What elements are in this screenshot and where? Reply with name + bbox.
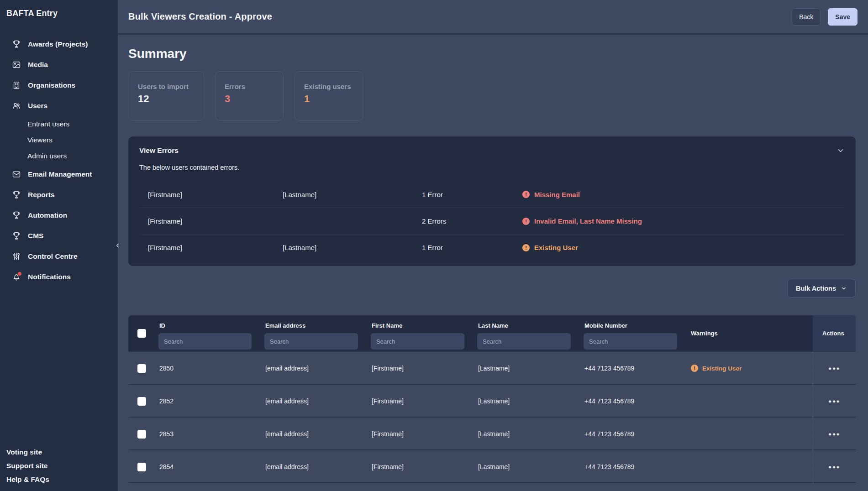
row-actions-button[interactable]: ●●● xyxy=(813,450,856,483)
page-title: Bulk Viewers Creation - Approve xyxy=(128,11,272,22)
cell-mobile: +44 7123 456789 xyxy=(580,365,686,372)
link-support-site[interactable]: Support site xyxy=(6,459,111,473)
cell-last-name: [Lastname] xyxy=(473,463,580,470)
cell-email: [email address] xyxy=(261,365,367,372)
column-email: Email address xyxy=(261,315,367,351)
column-label: First Name xyxy=(372,322,464,329)
link-help-faqs[interactable]: Help & FAQs xyxy=(6,473,111,486)
error-count: 1 Error xyxy=(422,191,522,198)
sidebar-item-entrant-users[interactable]: Entrant users xyxy=(0,116,118,132)
row-checkbox[interactable] xyxy=(137,364,146,373)
sidebar-item-label: Media xyxy=(28,61,48,69)
sidebar-item-label: Entrant users xyxy=(27,120,69,128)
error-message-text: Invalid Email, Last Name Missing xyxy=(534,217,642,225)
sidebar-item-reports[interactable]: Reports xyxy=(0,184,118,205)
error-row: [Firstname] 2 Errors ! Invalid Email, La… xyxy=(139,208,845,234)
table-row-partial xyxy=(128,482,856,488)
row-checkbox[interactable] xyxy=(137,463,146,471)
error-count: 2 Errors xyxy=(422,217,522,225)
users-table: ID Email address First Name Last Name Mo… xyxy=(128,315,856,488)
sidebar-item-cms[interactable]: CMS xyxy=(0,225,118,246)
chevron-down-icon[interactable] xyxy=(836,146,845,155)
row-checkbox[interactable] xyxy=(137,430,146,439)
view-errors-title: View Errors xyxy=(139,146,179,155)
cell-first-name: [Firstname] xyxy=(367,365,473,372)
sidebar-item-label: Email Management xyxy=(28,170,92,178)
select-all-checkbox[interactable] xyxy=(137,329,146,338)
card-users-to-import: Users to import 12 xyxy=(128,71,204,121)
column-label: ID xyxy=(159,322,252,329)
cell-first-name: [Firstname] xyxy=(367,430,473,438)
main-area: Bulk Viewers Creation - Approve Back Sav… xyxy=(118,0,868,491)
link-voting-site[interactable]: Voting site xyxy=(6,445,111,459)
table-header: ID Email address First Name Last Name Mo… xyxy=(128,315,856,351)
sidebar-item-awards[interactable]: Awards (Projects) xyxy=(0,34,118,54)
ellipsis-icon: ●●● xyxy=(829,398,841,404)
column-actions: Actions xyxy=(813,315,856,351)
sidebar-item-label: Organisations xyxy=(28,81,75,89)
cell-last-name: [Lastname] xyxy=(473,430,580,438)
card-label: Existing users xyxy=(304,83,353,90)
sidebar-item-email-management[interactable]: Email Management xyxy=(0,164,118,184)
view-errors-panel: View Errors The below users contained er… xyxy=(128,136,856,266)
search-input-mobile[interactable] xyxy=(584,333,677,350)
alert-circle-icon: ! xyxy=(691,365,698,372)
row-checkbox[interactable] xyxy=(137,397,146,406)
row-actions-button[interactable]: ●●● xyxy=(813,352,856,385)
column-label: Mobile Number xyxy=(584,322,677,329)
summary-title: Summary xyxy=(128,47,856,61)
trophy-icon xyxy=(12,211,21,220)
bulk-actions-button[interactable]: Bulk Actions xyxy=(787,279,856,298)
building-icon xyxy=(12,81,21,90)
warning-text: Existing User xyxy=(702,365,742,372)
sidebar-collapse-toggle[interactable] xyxy=(113,237,122,254)
cell-id: 2853 xyxy=(155,430,261,438)
sidebar-item-viewers[interactable]: Viewers xyxy=(0,132,118,148)
search-input-first-name[interactable] xyxy=(371,333,464,350)
cell-id: 2854 xyxy=(155,463,261,470)
row-actions-button[interactable]: ●●● xyxy=(813,418,856,450)
bulk-actions-row: Bulk Actions xyxy=(128,279,856,298)
sliders-icon xyxy=(12,252,21,261)
error-count: 1 Error xyxy=(422,244,522,251)
column-label: Email address xyxy=(265,322,358,329)
search-input-email[interactable] xyxy=(264,333,358,350)
card-value: 12 xyxy=(138,93,195,105)
sidebar-item-admin-users[interactable]: Admin users xyxy=(0,148,118,164)
error-message-text: Missing Email xyxy=(534,191,580,198)
sidebar-item-label: Awards (Projects) xyxy=(28,40,88,48)
cell-email: [email address] xyxy=(261,397,367,405)
ellipsis-icon: ●●● xyxy=(829,431,841,437)
row-actions-button[interactable]: ●●● xyxy=(813,385,856,418)
error-message: ! Invalid Email, Last Name Missing xyxy=(522,217,845,225)
table-row: 2850 [email address] [Firstname] [Lastna… xyxy=(128,351,856,384)
sidebar-item-notifications[interactable]: Notifications xyxy=(0,266,118,287)
sidebar-item-automation[interactable]: Automation xyxy=(0,205,118,225)
table-row: 2852 [email address] [Firstname] [Lastna… xyxy=(128,384,856,417)
cell-mobile: +44 7123 456789 xyxy=(580,430,686,438)
sidebar-item-control-centre[interactable]: Control Centre xyxy=(0,246,118,266)
search-input-id[interactable] xyxy=(158,333,252,350)
sidebar-item-organisations[interactable]: Organisations xyxy=(0,75,118,95)
save-button[interactable]: Save xyxy=(828,8,857,26)
column-id: ID xyxy=(155,315,261,351)
sidebar-item-label: CMS xyxy=(28,232,43,240)
sidebar-item-users[interactable]: Users xyxy=(0,95,118,116)
view-errors-header[interactable]: View Errors xyxy=(139,146,845,155)
view-errors-description: The below users contained errors. xyxy=(139,164,845,171)
sidebar-item-label: Viewers xyxy=(27,136,53,144)
card-existing-users: Existing users 1 xyxy=(295,71,363,121)
bell-icon xyxy=(12,272,21,282)
sidebar-item-media[interactable]: Media xyxy=(0,54,118,75)
bulk-actions-label: Bulk Actions xyxy=(796,285,836,292)
image-icon xyxy=(12,60,21,69)
envelope-icon xyxy=(12,170,21,179)
cell-mobile: +44 7123 456789 xyxy=(580,463,686,470)
search-input-last-name[interactable] xyxy=(477,333,571,350)
back-button[interactable]: Back xyxy=(792,8,821,26)
error-row: [Firstname] [Lastname] 1 Error ! Existin… xyxy=(139,234,845,261)
alert-circle-icon: ! xyxy=(522,244,530,251)
users-icon xyxy=(12,101,21,110)
sidebar-item-label: Reports xyxy=(28,191,55,199)
error-first-name: [Firstname] xyxy=(148,191,283,198)
